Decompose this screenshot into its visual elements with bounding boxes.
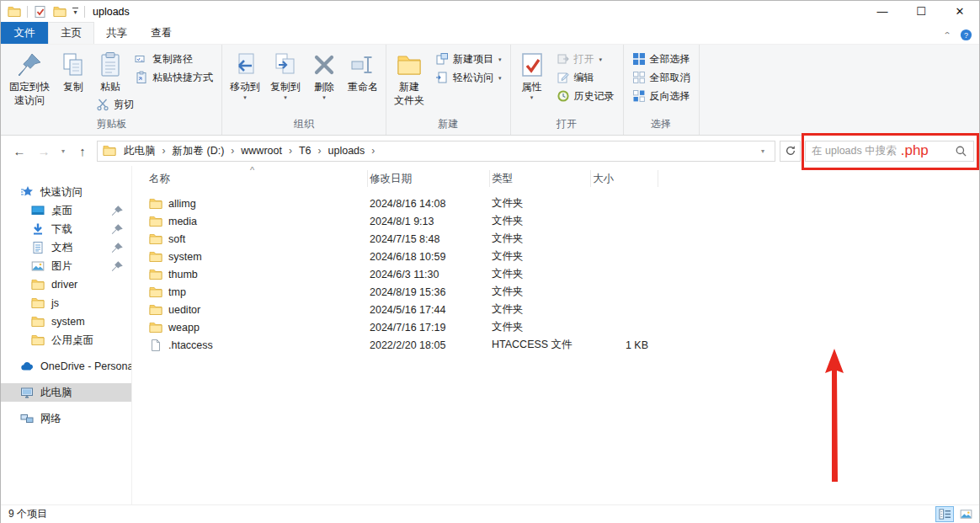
folder-icon [149, 268, 162, 281]
up-icon[interactable]: ↑ [72, 144, 93, 158]
qat-customize-dropdown-icon[interactable]: ▾ [72, 8, 78, 16]
back-icon[interactable]: ← [9, 144, 29, 158]
column-header-date[interactable]: 修改日期 [368, 170, 490, 187]
file-name: media [168, 216, 197, 227]
folder-icon [31, 278, 45, 291]
ribbon-button-invert-selection[interactable]: 反向选择 [628, 87, 695, 105]
table-row[interactable]: allimg2024/8/16 14:08文件夹 [147, 195, 979, 212]
breadcrumb-item[interactable]: 此电脑 [120, 145, 160, 157]
search-input[interactable]: 在 uploads 中搜索 .php [805, 141, 974, 162]
properties-check-icon[interactable] [34, 5, 47, 19]
column-header-name[interactable]: 名称 [147, 170, 368, 187]
ribbon-button-rename[interactable]: 重命名 [344, 47, 382, 95]
sidebar-item-onedrive-persona[interactable]: OneDrive - Persona [1, 357, 131, 376]
ribbon-button-edit[interactable]: 编辑 [552, 68, 619, 87]
ribbon-group-g2: 新建 文件夹新建项目▾轻松访问▾新建 [386, 45, 511, 135]
table-row[interactable]: tmp2024/8/19 15:36文件夹 [147, 283, 979, 301]
ribbon-button-open[interactable]: 打开▾ [552, 50, 619, 68]
ribbon-button-copy-path[interactable]: 复制路径 [130, 50, 217, 68]
ribbon-button-paste-shortcut[interactable]: 粘贴快捷方式 [130, 68, 217, 87]
move-to-icon [232, 51, 258, 78]
close-button[interactable]: ✕ [940, 1, 979, 22]
sidebar-item-label: 下载 [51, 222, 72, 237]
sidebar-item--[interactable]: 桌面 [1, 201, 131, 220]
file-explorer-window: ▾ uploads — ☐ ✕ 文件 主页 共享 查看 ⌃ ? 固定到快 速访问… [0, 0, 980, 523]
ribbon-button-copy-to[interactable]: 复制到▾ [266, 47, 305, 102]
breadcrumb-item[interactable]: uploads [324, 145, 370, 157]
table-row[interactable]: ueditor2024/5/16 17:44文件夹 [147, 301, 979, 318]
maximize-button[interactable]: ☐ [902, 1, 940, 22]
file-date-cell: 2024/6/18 10:59 [368, 251, 490, 263]
address-dropdown-icon[interactable]: ▾ [758, 147, 768, 155]
table-row[interactable]: weapp2024/7/16 17:19文件夹 [147, 318, 979, 336]
table-row[interactable]: system2024/6/18 10:59文件夹 [147, 248, 979, 265]
breadcrumb-item[interactable]: T6 [295, 145, 316, 157]
tab-view[interactable]: 查看 [139, 22, 184, 44]
breadcrumb-item[interactable]: wwwroot [237, 145, 286, 157]
ribbon-button-delete[interactable]: 删除▾ [306, 47, 342, 102]
new-folder-large-icon [396, 51, 423, 78]
column-header-type[interactable]: 类型 [490, 170, 591, 187]
ribbon-button-copy[interactable]: 复制 [56, 47, 91, 95]
sidebar-item-label: OneDrive - Persona [40, 360, 131, 372]
ribbon-button-move-to[interactable]: 移动到▾ [226, 47, 264, 102]
collapse-ribbon-icon[interactable]: ⌃ [943, 30, 951, 40]
sidebar-item--[interactable]: 网络 [1, 409, 131, 428]
minimize-button[interactable]: — [863, 1, 902, 22]
recent-locations-dropdown-icon[interactable]: ▾ [58, 147, 68, 155]
quick-access-icon [20, 185, 34, 199]
sidebar-item--[interactable]: 公用桌面 [1, 331, 131, 350]
file-name-cell: weapp [147, 321, 368, 334]
copy-to-icon [272, 51, 299, 78]
breadcrumb-item[interactable]: 新加卷 (D:) [168, 145, 229, 157]
table-row[interactable]: soft2024/7/15 8:48文件夹 [147, 230, 979, 248]
folder-icon [149, 197, 162, 211]
ribbon-button-new-folder-large[interactable]: 新建 文件夹 [390, 47, 429, 109]
sidebar-item--[interactable]: 下载 [1, 220, 131, 238]
file-name: tmp [168, 286, 186, 298]
thumbnail-view-button[interactable] [956, 506, 975, 522]
ribbon-button-new-item[interactable]: 新建项目▾ [431, 50, 506, 68]
details-view-button[interactable] [935, 506, 954, 522]
address-bar[interactable]: 此电脑›新加卷 (D:)›wwwroot›T6›uploads› ▾ [97, 141, 775, 162]
table-row[interactable]: media2024/8/1 9:13文件夹 [147, 212, 979, 230]
tab-share[interactable]: 共享 [94, 22, 139, 44]
ribbon-group-items: 全部选择全部取消反向选择 [626, 47, 696, 115]
ribbon-button-select-all[interactable]: 全部选择 [628, 50, 695, 68]
tab-home[interactable]: 主页 [48, 22, 94, 44]
ribbon-button-history[interactable]: 历史记录 [552, 87, 619, 105]
ribbon-button-properties[interactable]: 属性▾ [514, 47, 550, 102]
forward-icon[interactable]: → [34, 144, 54, 158]
search-query-text: .php [901, 142, 929, 159]
file-name: ueditor [168, 304, 200, 316]
tab-file[interactable]: 文件 [1, 22, 48, 44]
window-controls: — ☐ ✕ [863, 1, 979, 22]
ribbon-button-label: 新建 文件夹 [394, 80, 424, 107]
sidebar-item--[interactable]: 快速访问 [1, 183, 131, 201]
sidebar-item-js[interactable]: js [1, 294, 131, 312]
file-type-cell: 文件夹 [490, 232, 591, 246]
pin-icon [16, 51, 43, 78]
sidebar-item-system[interactable]: system [1, 312, 131, 331]
ribbon-button-pin[interactable]: 固定到快 速访问 [5, 47, 54, 109]
sidebar-item-driver[interactable]: driver [1, 275, 131, 294]
new-folder-icon[interactable] [53, 5, 67, 19]
search-icon[interactable] [955, 145, 967, 157]
breadcrumb-separator-icon: › [316, 145, 324, 157]
file-name: .htaccess [168, 339, 213, 351]
help-icon[interactable]: ? [960, 29, 972, 41]
file-name-cell: tmp [147, 286, 368, 299]
column-header-size[interactable]: 大小 [591, 170, 658, 187]
ribbon-button-label: 新建项目 [453, 52, 493, 67]
table-row[interactable]: thumb2024/6/3 11:30文件夹 [147, 265, 979, 283]
item-count: 9 个项目 [8, 507, 47, 521]
sidebar-item--[interactable]: 此电脑 [1, 383, 131, 402]
refresh-button[interactable] [780, 141, 801, 162]
sidebar-item--[interactable]: 图片 [1, 257, 131, 275]
ribbon-button-cut[interactable]: 剪切 [92, 95, 217, 114]
ribbon-button-paste[interactable]: 粘贴 [93, 47, 128, 95]
ribbon-button-select-none[interactable]: 全部取消 [628, 68, 695, 87]
ribbon-button-easy-access[interactable]: 轻松访问▾ [431, 68, 506, 87]
sidebar-item--[interactable]: 文档 [1, 238, 131, 257]
table-row[interactable]: .htaccess2022/2/20 18:05HTACCESS 文件1 KB [147, 336, 979, 354]
